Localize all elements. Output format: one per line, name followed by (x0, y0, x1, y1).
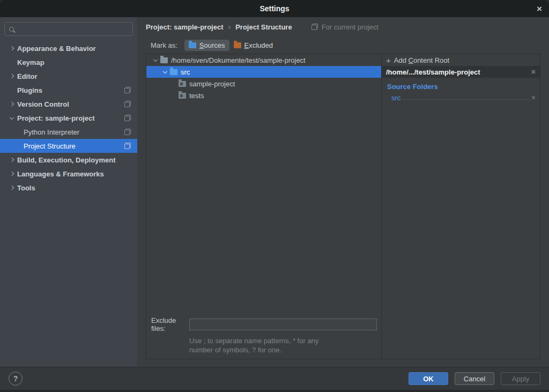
per-project-settings-icon (124, 115, 131, 121)
sidebar-item-project-structure[interactable]: Project Structure (0, 139, 137, 153)
plus-icon: + (386, 56, 391, 65)
remove-content-root-icon[interactable]: × (531, 68, 536, 76)
exclude-files-section: Exclude files: Use ; to separate name pa… (146, 316, 381, 359)
search-box[interactable] (4, 22, 133, 36)
per-project-settings-icon (124, 87, 131, 93)
dotted-leader (403, 99, 529, 100)
sidebar-item-label: Languages & Frameworks (17, 170, 104, 178)
help-icon: ? (13, 374, 18, 383)
chevron-right-icon[interactable] (6, 47, 17, 50)
folder-icon (179, 93, 186, 99)
scope-note: For current project (311, 23, 379, 31)
tree-row-content-root[interactable]: /home/sven/Dokumente/test/sample-project (146, 54, 381, 66)
mark-as-toolbar: Mark as: Sources Excluded (146, 36, 540, 54)
mark-as-label: Mark as: (151, 41, 177, 49)
sidebar-item-label: Appearance & Behavior (17, 45, 96, 53)
cancel-button[interactable]: Cancel (455, 372, 494, 385)
sources-button-label: Sources (199, 41, 225, 49)
per-project-settings-icon (124, 101, 131, 107)
chevron-down-icon[interactable] (6, 117, 17, 119)
source-folder-entry-src[interactable]: src × (382, 92, 540, 103)
exclude-files-hint: Use ; to separate name patterns, * for a… (189, 336, 377, 354)
sidebar-item-label: Tools (17, 184, 35, 192)
scope-note-label: For current project (322, 23, 379, 31)
breadcrumb-project[interactable]: Project: sample-project (146, 23, 224, 31)
dialog-title: Settings (259, 4, 289, 13)
sidebar-item-appearance-behavior[interactable]: Appearance & Behavior (0, 41, 137, 55)
sidebar-item-label: Project: sample-project (17, 114, 95, 122)
source-folders-title: Source Folders (387, 83, 540, 91)
content-root-path-row[interactable]: /home/.../test/sample-project × (382, 66, 540, 78)
folder-icon (160, 57, 168, 63)
tree-row-label: src (181, 68, 190, 76)
sidebar-item-languages-frameworks[interactable]: Languages & Frameworks (0, 167, 137, 181)
sidebar-item-label: Keymap (17, 58, 44, 66)
ok-button[interactable]: OK (409, 372, 448, 385)
apply-button[interactable]: Apply (501, 372, 540, 385)
chevron-right-icon[interactable] (6, 172, 17, 175)
main-area: Appearance & Behavior Keymap Editor Plug… (0, 17, 549, 367)
tree-row-label: tests (189, 92, 204, 100)
content-roots-panel: + Add Content Root /home/.../test/sample… (381, 54, 540, 359)
sidebar-item-label: Project Structure (24, 142, 76, 150)
help-button[interactable]: ? (9, 372, 23, 386)
chevron-down-icon[interactable] (151, 60, 160, 61)
directory-tree: /home/sven/Dokumente/test/sample-project… (146, 54, 381, 359)
chevron-right-icon[interactable] (6, 158, 17, 161)
sidebar-item-tools[interactable]: Tools (0, 181, 137, 195)
mark-as-sources-button[interactable]: Sources (184, 40, 229, 51)
structure-panes: /home/sven/Dokumente/test/sample-project… (146, 54, 540, 359)
breadcrumb: Project: sample-project › Project Struct… (146, 17, 540, 36)
title-bar: Settings × (0, 0, 549, 17)
sidebar-item-version-control[interactable]: Version Control (0, 97, 137, 111)
close-icon[interactable]: × (537, 4, 542, 13)
sidebar-item-plugins[interactable]: Plugins (0, 83, 137, 97)
excluded-button-label: Excluded (244, 41, 273, 49)
remove-source-folder-icon[interactable]: × (531, 94, 536, 101)
sidebar-item-label: Plugins (17, 86, 42, 94)
breadcrumb-page: Project Structure (235, 23, 292, 31)
tree-row-tests[interactable]: tests (146, 90, 381, 101)
source-folder-name[interactable]: src (391, 94, 400, 102)
settings-sidebar: Appearance & Behavior Keymap Editor Plug… (0, 17, 137, 367)
tree-row-label: sample-project (189, 80, 235, 88)
exclude-files-input[interactable] (189, 319, 377, 330)
source-folder-icon (170, 69, 177, 75)
search-icon (9, 27, 14, 32)
sidebar-item-keymap[interactable]: Keymap (0, 55, 137, 69)
footer-buttons: OK Cancel Apply (409, 372, 540, 385)
tree-row-src[interactable]: src (146, 66, 381, 78)
sidebar-item-editor[interactable]: Editor (0, 69, 137, 83)
source-folder-icon (189, 42, 196, 48)
sidebar-item-label: Version Control (17, 100, 69, 108)
dialog-footer: ? OK Cancel Apply (0, 367, 549, 392)
settings-dialog: Settings × Appearance & Behavior Keymap (0, 0, 549, 392)
chevron-right-icon[interactable] (6, 75, 17, 78)
add-content-root-button[interactable]: + Add Content Root (382, 54, 540, 66)
exclude-files-label: Exclude files: (151, 316, 189, 332)
per-project-settings-icon (124, 129, 131, 135)
per-project-settings-icon (311, 24, 318, 30)
folder-icon (179, 81, 186, 87)
search-input[interactable] (18, 25, 128, 34)
content-root-path: /home/.../test/sample-project (386, 68, 480, 76)
chevron-right-icon[interactable] (6, 186, 17, 189)
tree-row-sample-project[interactable]: sample-project (146, 78, 381, 90)
sidebar-item-project-sample-project[interactable]: Project: sample-project (0, 111, 137, 125)
add-content-root-label: Add Content Root (394, 56, 449, 64)
sidebar-item-python-interpreter[interactable]: Python Interpreter (0, 125, 137, 139)
chevron-right-icon[interactable] (6, 102, 17, 106)
mark-as-excluded-button[interactable]: Excluded (229, 40, 277, 51)
excluded-folder-icon (234, 42, 241, 48)
content-area: Project: sample-project › Project Struct… (137, 17, 549, 367)
sidebar-item-label: Editor (17, 72, 38, 80)
tree-row-label: /home/sven/Dokumente/test/sample-project (171, 56, 306, 64)
sidebar-item-build-execution-deployment[interactable]: Build, Execution, Deployment (0, 153, 137, 167)
per-project-settings-icon (124, 143, 131, 149)
sidebar-item-label: Python Interpreter (24, 128, 79, 136)
sidebar-item-label: Build, Execution, Deployment (17, 156, 115, 164)
chevron-down-icon[interactable] (160, 71, 170, 73)
breadcrumb-separator-icon: › (228, 23, 231, 31)
settings-nav: Appearance & Behavior Keymap Editor Plug… (0, 41, 137, 367)
